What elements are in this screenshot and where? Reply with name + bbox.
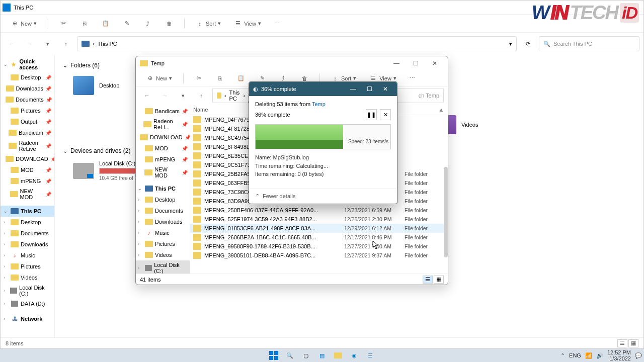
recent-button[interactable]: ▾ [176, 88, 190, 103]
sidebar-item-download[interactable]: DOWNLOAD📌 [136, 132, 190, 143]
scrollbar[interactable] [444, 167, 448, 257]
sidebar-item-mod[interactable]: MOD📌 [136, 143, 190, 154]
paste-button[interactable]: 📋 [233, 72, 249, 84]
more-button[interactable]: ⋯ [270, 18, 284, 29]
volume-icon[interactable]: 🔊 [596, 352, 603, 359]
copy-button[interactable]: ⎘ [76, 18, 93, 30]
back-button[interactable]: ← [140, 88, 154, 103]
sidebar-item-radeon-relive[interactable]: Radeon ReLive📌 [1, 138, 54, 153]
view-button[interactable]: ☰ View ▾ [230, 18, 265, 30]
recent-button[interactable]: ▾ [41, 37, 55, 51]
sidebar-item-music[interactable]: ›♪Music [1, 250, 54, 261]
address-bar[interactable]: › This PC ▾ [77, 36, 517, 51]
sidebar-item-pictures[interactable]: Pictures📌 [1, 105, 54, 116]
delete-button[interactable]: 🗑 [161, 18, 177, 30]
scroll-up-icon[interactable]: ▲ [438, 107, 445, 113]
search-box[interactable]: 🔍 Search This PC [539, 36, 639, 51]
notifications-icon[interactable]: 💬 [635, 352, 642, 359]
sidebar-item-mpeng[interactable]: mPENG📌 [1, 175, 54, 187]
sidebar-item-mod[interactable]: MOD📌 [1, 164, 54, 175]
sidebar-item-desktop[interactable]: ›Desktop [136, 194, 190, 205]
details-view-button[interactable]: ☰ [423, 276, 433, 284]
cut-button[interactable]: ✂ [191, 72, 207, 84]
sidebar-item-documents[interactable]: Documents📌 [1, 94, 54, 105]
cancel-button[interactable]: ✕ [380, 109, 391, 120]
sidebar-item-desktop[interactable]: ›Desktop [1, 217, 54, 228]
sidebar-item-radeon-reli-[interactable]: Radeon ReLi...📌 [136, 117, 190, 132]
icons-view-button[interactable]: ▦ [434, 276, 444, 284]
table-row[interactable]: MPENG_39005101-DE88-4BAF-A095-B7C...12/2… [190, 251, 448, 260]
copy-button[interactable]: ⎘ [212, 72, 228, 84]
maximize-button[interactable]: ☐ [407, 57, 425, 69]
minimize-button[interactable]: — [387, 57, 406, 69]
sidebar-item-bandicam[interactable]: Bandicam📌 [136, 106, 190, 117]
language-indicator[interactable]: ENG [569, 352, 581, 358]
back-button[interactable]: ← [5, 37, 19, 51]
pause-button[interactable]: ❚❚ [366, 109, 377, 120]
task-view-button[interactable]: ▢ [300, 350, 312, 361]
fewer-details-toggle[interactable]: ⌃ Fewer details [249, 189, 397, 204]
sidebar-item-documents[interactable]: ›Documents [1, 228, 54, 239]
sidebar-item-downloads[interactable]: ›Downloads [1, 239, 54, 250]
table-row[interactable]: MPENG_99580F90-1789-42F6-B319-530B...12/… [190, 242, 448, 251]
up-button[interactable]: ↑ [59, 37, 73, 51]
sidebar-item-documents[interactable]: ›Documents [136, 205, 190, 216]
icons-view-button[interactable]: ▦ [628, 339, 638, 347]
sidebar-item-this-pc[interactable]: ⌄This PC [1, 206, 54, 217]
cut-button[interactable]: ✂ [55, 18, 71, 30]
sidebar-item-downloads[interactable]: Downloads📌 [1, 83, 54, 94]
sidebar-item-mpeng[interactable]: mPENG📌 [136, 154, 190, 165]
rename-button[interactable]: ✎ [119, 18, 135, 30]
source-link[interactable]: Temp [312, 101, 326, 107]
paste-button[interactable]: 📋 [98, 18, 114, 30]
sidebar-item-local-disk-c-[interactable]: ›Local Disk (C:) [1, 283, 54, 298]
new-button[interactable]: ⊕ New ▾ [7, 18, 41, 30]
clock[interactable]: 12:52 PM 1/3/2022 [607, 349, 631, 361]
widgets-button[interactable]: ▤ [316, 350, 328, 361]
tray-expand-icon[interactable]: ⌃ [560, 352, 565, 359]
sidebar-item-local-disk-c-[interactable]: ›Local Disk (C:) [136, 260, 190, 274]
close-button[interactable]: ✕ [378, 83, 393, 95]
refresh-button[interactable]: ⟳ [521, 37, 535, 51]
sidebar-item-music[interactable]: ›♪Music [136, 227, 190, 238]
start-button[interactable] [268, 350, 280, 361]
table-row[interactable]: MPENG_01853CF6-AB21-498F-A8CF-83A...12/2… [190, 224, 448, 233]
forward-button[interactable]: → [23, 37, 37, 51]
sort-button[interactable]: ↕ Sort ▾ [192, 18, 225, 30]
sidebar-item-videos[interactable]: ›Videos [136, 249, 190, 260]
sidebar-item-bandicam[interactable]: Bandicam📌 [1, 127, 54, 138]
more-button[interactable]: ⋯ [406, 73, 419, 83]
table-row[interactable]: MPENG_525E1974-3C59-42A3-94E3-88B2...12/… [190, 215, 448, 224]
chevron-down-icon[interactable]: ▾ [509, 41, 512, 47]
sidebar-item-pictures[interactable]: ›Pictures [1, 261, 54, 272]
close-button[interactable]: ✕ [426, 57, 444, 69]
taskbar-app[interactable]: ☰ [364, 350, 376, 361]
crumb-this-pc[interactable]: This PC [229, 89, 240, 102]
sidebar-item-videos[interactable]: ›Videos [1, 272, 54, 283]
sidebar-item-pictures[interactable]: ›Pictures [136, 238, 190, 249]
share-button[interactable]: ⤴ [140, 18, 156, 30]
new-button[interactable]: ⊕ New ▾ [142, 72, 176, 84]
table-row[interactable]: MPENG_2606BE2A-1B6C-4C1C-8665-40B...12/1… [190, 233, 448, 242]
up-button[interactable]: ↑ [194, 88, 208, 103]
wifi-icon[interactable]: 📶 [585, 352, 592, 359]
sidebar-item-data-d-[interactable]: ›DATA (D:) [1, 298, 54, 309]
forward-button[interactable]: → [158, 88, 172, 103]
sidebar-item-new-mod[interactable]: NEW MOD📌 [136, 165, 190, 180]
folder-videos[interactable]: Videos [435, 115, 526, 134]
minimize-button[interactable]: — [346, 83, 361, 95]
sidebar-item-downloads[interactable]: ›Downloads [136, 216, 190, 227]
sidebar-item-network[interactable]: ›🖧Network [1, 313, 54, 324]
sidebar-item-output[interactable]: Output📌 [1, 116, 54, 127]
maximize-button[interactable]: ☐ [362, 83, 377, 95]
taskbar-explorer[interactable] [332, 350, 344, 361]
details-view-button[interactable]: ☰ [617, 339, 627, 347]
taskbar-edge[interactable]: ◉ [348, 350, 360, 361]
search-button[interactable]: 🔍 [284, 350, 296, 361]
sidebar-item-desktop[interactable]: Desktop📌 [1, 72, 54, 83]
sidebar-item-download[interactable]: DOWNLOAD📌 [1, 153, 54, 164]
sidebar-item-this-pc[interactable]: ⌄This PC [136, 183, 190, 194]
table-row[interactable]: MPENG_250BF486-837F-44CA-9FFE-92A0...12/… [190, 206, 448, 215]
sidebar-item-quick-access[interactable]: ⌄★Quick access [1, 57, 54, 72]
sidebar-item-new-mod[interactable]: NEW MOD📌 [1, 187, 54, 202]
